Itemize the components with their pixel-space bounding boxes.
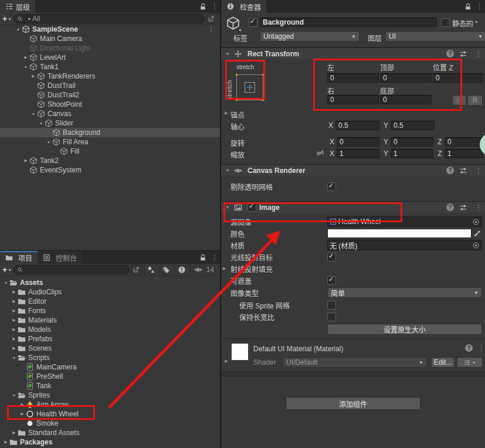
hierarchy-item-tank2[interactable]: ▶Tank2 xyxy=(0,156,220,165)
set-native-size-button[interactable]: 设置原生大小 xyxy=(327,324,482,335)
component-menu-icon[interactable]: ⋮ xyxy=(475,50,482,57)
tab-project[interactable]: 项目 xyxy=(0,251,38,264)
hierarchy-item-slider[interactable]: ▼Slider xyxy=(0,118,220,128)
scale-z-field[interactable]: 1 xyxy=(445,149,483,158)
shader-dropdown[interactable]: UI/Default▼ xyxy=(283,357,427,368)
foldout-collapsed-icon[interactable]: ▶ xyxy=(223,359,230,364)
pivot-x-field[interactable]: 0.5 xyxy=(335,121,379,130)
inspector-lock-icon[interactable] xyxy=(464,0,474,13)
hierarchy-item-background[interactable]: Background xyxy=(0,128,220,137)
tag-dropdown[interactable]: Untagged▼ xyxy=(260,31,359,42)
hierarchy-search-external-icon[interactable] xyxy=(206,13,218,24)
preserve-aspect-checkbox[interactable] xyxy=(327,313,336,321)
hierarchy-item-samplescene[interactable]: ▼SampleScene⋮ xyxy=(0,25,220,34)
search-by-label-icon[interactable] xyxy=(160,264,175,276)
link-broken-icon[interactable] xyxy=(316,149,324,157)
source-image-field[interactable]: Health Wheel xyxy=(327,216,482,227)
image-enabled-checkbox[interactable] xyxy=(247,203,256,212)
foldout-collapsed-icon[interactable]: ▶ xyxy=(11,308,18,313)
add-component-button[interactable]: 添加组件 xyxy=(286,397,420,410)
project-item-materials[interactable]: ▶Materials xyxy=(0,315,220,325)
foldout-expanded-icon[interactable]: ▼ xyxy=(11,393,18,398)
project-item-editor[interactable]: ▶Editor xyxy=(0,297,220,306)
foldout-collapsed-icon[interactable]: ▶ xyxy=(22,55,29,60)
project-search-external-icon[interactable] xyxy=(131,264,143,275)
visibility-toggle[interactable]: 14 xyxy=(190,264,218,276)
gameobject-icon-arrow[interactable]: ▼ xyxy=(238,28,242,32)
hierarchy-item-dusttrail[interactable]: DustTrail xyxy=(0,81,220,90)
hierarchy-create-button[interactable]: +▼ xyxy=(2,14,12,23)
hierarchy-item-tankrenderers[interactable]: ▶TankRenderers xyxy=(0,72,220,81)
tab-hierarchy[interactable]: 层级 xyxy=(0,0,35,13)
presets-icon[interactable] xyxy=(459,50,467,58)
project-item-scripts[interactable]: ▼Scripts xyxy=(0,353,220,362)
hierarchy-item-shootpoint[interactable]: ShootPoint xyxy=(0,100,220,109)
material-thumbnail[interactable] xyxy=(232,344,248,360)
hierarchy-item-canvas[interactable]: ▼Canvas xyxy=(0,109,220,118)
pivot-y-field[interactable]: 0.5 xyxy=(391,121,435,130)
tab-console[interactable]: 控制台 xyxy=(38,251,82,264)
raw-edit-mode-button[interactable]: R xyxy=(467,95,483,106)
project-item-aim-arrow[interactable]: ▶Aim Arrow xyxy=(0,400,220,409)
cull-transparent-mesh-checkbox[interactable] xyxy=(327,182,336,191)
help-icon[interactable]: ? xyxy=(446,203,454,211)
component-menu-icon[interactable]: ⋮ xyxy=(475,167,482,174)
foldout-collapsed-icon[interactable]: ▶ xyxy=(19,402,26,407)
image-header[interactable]: ▼ Image ? ⋮ xyxy=(221,201,485,213)
eyedropper-icon[interactable] xyxy=(472,230,482,237)
image-type-dropdown[interactable]: 简单▼ xyxy=(327,287,482,298)
project-item-prefabs[interactable]: ▶Prefabs xyxy=(0,334,220,344)
material-field[interactable]: 无 (材质) xyxy=(327,240,482,250)
foldout-collapsed-icon[interactable]: ▶ xyxy=(11,290,18,294)
static-dropdown-arrow[interactable]: ▼ xyxy=(474,20,479,24)
project-item-sprites[interactable]: ▼Sprites xyxy=(0,391,220,400)
foldout-expanded-icon[interactable]: ▼ xyxy=(38,121,45,125)
foldout-collapsed-icon[interactable]: ▶ xyxy=(2,440,9,444)
help-icon[interactable]: ? xyxy=(446,50,454,57)
foldout-expanded-icon[interactable]: ▼ xyxy=(22,65,29,69)
component-menu-icon[interactable]: ⋮ xyxy=(475,204,482,211)
hierarchy-item-levelart[interactable]: ▶LevelArt xyxy=(0,53,220,62)
blueprint-mode-button[interactable] xyxy=(452,95,466,106)
foldout-collapsed-icon[interactable]: ▶ xyxy=(11,346,18,351)
hierarchy-item-directional-light[interactable]: Directional Light xyxy=(0,43,220,53)
foldout-collapsed-icon[interactable]: ▶ xyxy=(223,266,226,271)
project-item-audioclips[interactable]: ▶AudioClips xyxy=(0,287,220,297)
hierarchy-item-fill-area[interactable]: ▼Fill Area xyxy=(0,137,220,147)
shader-edit-button[interactable]: Edit... xyxy=(431,357,455,368)
project-lock-icon[interactable] xyxy=(199,251,209,264)
search-by-type-icon[interactable] xyxy=(144,264,160,276)
project-menu-icon[interactable]: ⋮ xyxy=(209,251,220,264)
foldout-collapsed-icon[interactable]: ▶ xyxy=(30,74,37,79)
object-picker-icon[interactable] xyxy=(472,242,480,249)
project-item-assets[interactable]: ▼Assets xyxy=(0,278,220,287)
static-checkbox[interactable] xyxy=(441,18,450,27)
foldout-expanded-icon[interactable]: ▼ xyxy=(30,112,37,116)
foldout-expanded-icon[interactable]: ▼ xyxy=(2,281,9,285)
foldout-collapsed-icon[interactable]: ▶ xyxy=(11,299,18,304)
rotation-z-field[interactable]: 0 xyxy=(445,137,483,147)
use-sprite-mesh-checkbox[interactable] xyxy=(327,301,336,310)
foldout-collapsed-icon[interactable]: ▶ xyxy=(22,158,29,163)
hierarchy-item-dusttrail2[interactable]: DustTrail2 xyxy=(0,90,220,100)
presets-icon[interactable] xyxy=(459,203,467,212)
canvas-renderer-header[interactable]: ▼ Canvas Renderer ? ⋮ xyxy=(221,164,485,176)
foldout-collapsed-icon[interactable]: ▶ xyxy=(11,318,18,323)
rect-transform-header[interactable]: ▼ Rect Transform ? ⋮ xyxy=(221,47,485,59)
gameobject-name-field[interactable]: Background xyxy=(260,18,437,27)
foldout-collapsed-icon[interactable]: ▶ xyxy=(223,111,230,116)
foldout-expanded-icon[interactable]: ▼ xyxy=(45,140,52,144)
help-icon[interactable]: ? xyxy=(465,344,473,352)
project-item-preshell[interactable]: PreShell xyxy=(0,372,220,381)
foldout-expanded-icon[interactable]: ▼ xyxy=(11,356,18,360)
rotation-y-field[interactable]: 0 xyxy=(391,137,433,147)
project-search-input[interactable] xyxy=(13,265,130,274)
project-item-tank[interactable]: Tank xyxy=(0,381,220,391)
foldout-expanded-icon[interactable]: ▼ xyxy=(224,52,231,56)
hierarchy-lock-icon[interactable] xyxy=(199,0,209,13)
help-icon[interactable]: ? xyxy=(446,167,454,174)
hierarchy-item-tank1[interactable]: ▼Tank1 xyxy=(0,62,220,72)
project-item-fonts[interactable]: ▶Fonts xyxy=(0,306,220,315)
scale-x-field[interactable]: 1 xyxy=(337,149,379,158)
anchor-preset-widget[interactable]: stretch stretch xyxy=(226,62,264,101)
